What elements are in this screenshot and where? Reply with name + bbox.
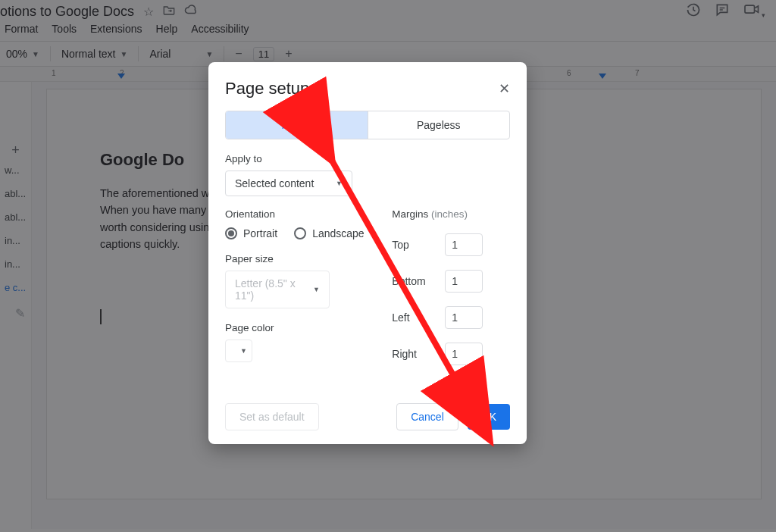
- set-as-default-button[interactable]: Set as default: [225, 403, 319, 430]
- margin-left-input[interactable]: [445, 306, 483, 329]
- margin-bottom-input[interactable]: [445, 270, 483, 293]
- chevron-down-icon: ▼: [336, 180, 343, 187]
- dialog-title: Page setup: [225, 79, 309, 99]
- paper-size-select[interactable]: Letter (8.5" x 11")▼: [225, 271, 330, 308]
- chevron-down-icon: ▼: [240, 347, 247, 355]
- orientation-label: Orientation: [225, 208, 369, 220]
- page-setup-dialog: Page setup ✕ Pages Pageless Apply to Sel…: [208, 62, 527, 444]
- margins-label: Margins (inches): [392, 208, 510, 220]
- radio-icon: [225, 227, 237, 239]
- margin-top-label: Top: [392, 239, 436, 251]
- tab-pages[interactable]: Pages: [226, 111, 368, 139]
- chevron-down-icon: ▼: [313, 286, 320, 293]
- margin-right-input[interactable]: [445, 343, 483, 365]
- page-color-label: Page color: [225, 322, 369, 333]
- radio-portrait[interactable]: Portrait: [225, 227, 277, 239]
- margin-right-label: Right: [392, 348, 436, 360]
- apply-to-label: Apply to: [225, 153, 510, 164]
- ok-button[interactable]: OK: [468, 404, 510, 430]
- cancel-button[interactable]: Cancel: [396, 403, 458, 430]
- margin-top-input[interactable]: [445, 233, 483, 256]
- margin-bottom-label: Bottom: [392, 275, 436, 287]
- radio-landscape[interactable]: Landscape: [294, 227, 365, 239]
- paper-size-label: Paper size: [225, 253, 369, 264]
- tab-pageless[interactable]: Pageless: [368, 111, 510, 139]
- close-icon[interactable]: ✕: [499, 80, 510, 97]
- dialog-tabs: Pages Pageless: [225, 111, 510, 139]
- radio-icon: [294, 227, 306, 239]
- apply-to-select[interactable]: Selected content▼: [225, 171, 352, 196]
- margin-left-label: Left: [392, 311, 436, 324]
- page-color-select[interactable]: ▼: [225, 340, 252, 362]
